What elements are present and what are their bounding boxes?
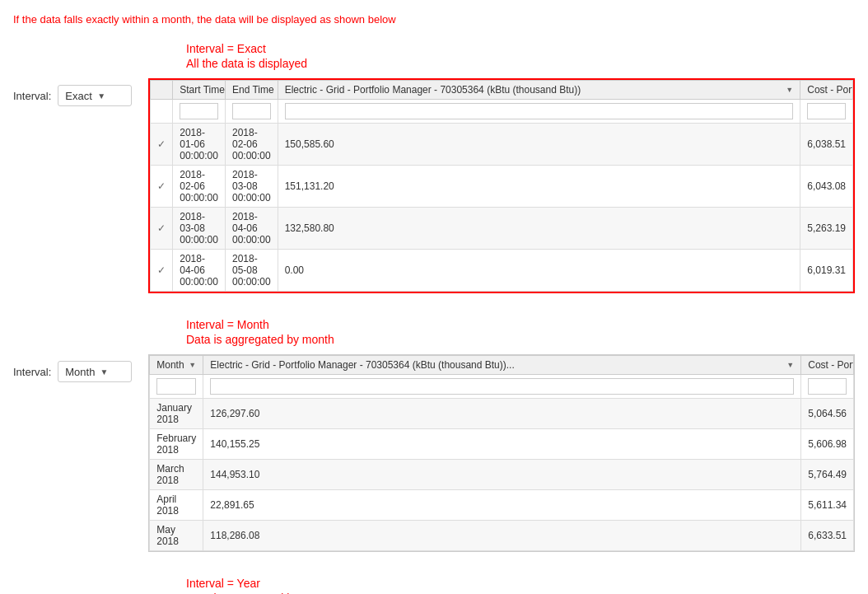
month-cell: 22,891.65 xyxy=(203,490,801,521)
exact-cell: 2018-04-06 00:00:00 xyxy=(225,208,278,250)
month-filter-month[interactable] xyxy=(156,378,196,395)
exact-cell: 0.00 xyxy=(278,250,800,292)
month-cell: 144,953.10 xyxy=(203,460,801,490)
month-table: Month ▼ Electric - Grid - Portfolio Mana… xyxy=(149,355,854,551)
month-interval-label: Interval: Month ▼ xyxy=(13,354,132,382)
month-table-wrapper: Month ▼ Electric - Grid - Portfolio Mana… xyxy=(148,354,855,552)
month-filter-cost[interactable] xyxy=(808,378,847,395)
exact-col-check xyxy=(151,81,173,100)
month-interval-select[interactable]: Month ▼ xyxy=(58,361,132,382)
exact-section: Interval = Exact All the data is display… xyxy=(13,42,855,293)
month-interval-row: Interval: Month ▼ Month ▼ xyxy=(13,354,855,552)
month-title1: Interval = Month xyxy=(186,318,855,331)
exact-table: Start Time ▼ End Time ▼ xyxy=(150,80,853,292)
exact-filter-cost[interactable] xyxy=(807,103,846,119)
month-cell: March 2018 xyxy=(150,460,203,490)
exact-cell: 6,038.51 xyxy=(800,124,853,166)
exact-title2: All the data is displayed xyxy=(186,57,855,70)
month-section: Interval = Month Data is aggregated by m… xyxy=(13,318,855,552)
exact-select-arrow: ▼ xyxy=(97,91,124,101)
exact-cell: 132,580.80 xyxy=(278,208,800,250)
exact-cell: 6,019.31 xyxy=(800,250,853,292)
month-cell: February 2018 xyxy=(150,429,203,460)
month-table-row: May 2018118,286.086,633.51 xyxy=(150,521,854,551)
exact-cell: 5,263.19 xyxy=(800,208,853,250)
month-table-body: January 2018126,297.605,064.56February 2… xyxy=(150,399,854,551)
exact-row-check: ✓ xyxy=(151,166,173,208)
exact-row-check: ✓ xyxy=(151,250,173,292)
check-icon: ✓ xyxy=(157,180,166,192)
month-col-cost[interactable]: Cost - Portfolio Manager - 70305364 (US … xyxy=(801,356,854,375)
exact-cell: 2018-05-08 00:00:00 xyxy=(225,250,278,292)
exact-filter-row xyxy=(151,100,853,124)
month-cell: January 2018 xyxy=(150,399,203,429)
exact-title1: Interval = Exact xyxy=(186,42,855,55)
month-select-arrow: ▼ xyxy=(100,367,124,377)
exact-row-check: ✓ xyxy=(151,208,173,250)
month-table-row: April 201822,891.655,611.34 xyxy=(150,490,854,521)
exact-col-end[interactable]: End Time ▼ xyxy=(225,81,278,100)
exact-row-check: ✓ xyxy=(151,124,173,166)
month-cell: 5,606.98 xyxy=(801,429,854,460)
month-month-sort-icon: ▼ xyxy=(189,361,196,369)
exact-cell: 151,131.20 xyxy=(278,166,800,208)
month-col-month[interactable]: Month ▼ xyxy=(150,356,203,375)
month-cell: 118,286.08 xyxy=(203,521,801,551)
month-cell: 5,764.49 xyxy=(801,460,854,490)
month-table-row: February 2018140,155.255,606.98 xyxy=(150,429,854,460)
exact-table-row: ✓2018-01-06 00:00:002018-02-06 00:00:001… xyxy=(151,124,853,166)
check-icon: ✓ xyxy=(157,222,166,234)
month-cell: 126,297.60 xyxy=(203,399,801,429)
exact-col-electric[interactable]: Electric - Grid - Portfolio Manager - 70… xyxy=(278,81,800,100)
top-note: If the data falls exactly within a month… xyxy=(13,13,855,26)
exact-col-start[interactable]: Start Time ▼ xyxy=(173,81,226,100)
exact-interval-row: Interval: Exact ▼ Start Time ▼ xyxy=(13,78,855,293)
exact-interval-label: Interval: Exact ▼ xyxy=(13,78,132,106)
exact-filter-electric[interactable] xyxy=(285,103,794,119)
month-title2: Data is aggregated by month xyxy=(186,333,855,346)
exact-cell: 6,043.08 xyxy=(800,166,853,208)
year-title1: Interval = Year xyxy=(186,577,855,590)
electric-sort-icon: ▼ xyxy=(786,86,793,94)
exact-table-body: ✓2018-01-06 00:00:002018-02-06 00:00:001… xyxy=(151,124,853,292)
exact-table-wrapper: Start Time ▼ End Time ▼ xyxy=(148,78,855,293)
exact-cell: 2018-03-08 00:00:00 xyxy=(173,208,226,250)
check-icon: ✓ xyxy=(157,264,166,276)
month-table-row: March 2018144,953.105,764.49 xyxy=(150,460,854,490)
exact-cell: 150,585.60 xyxy=(278,124,800,166)
month-table-row: January 2018126,297.605,064.56 xyxy=(150,399,854,429)
exact-filter-start[interactable] xyxy=(180,103,218,119)
exact-interval-select[interactable]: Exact ▼ xyxy=(58,85,132,106)
year-section: Interval = Year Data is aggregated by ye… xyxy=(13,577,855,594)
exact-cell: 2018-03-08 00:00:00 xyxy=(225,166,278,208)
month-electric-sort-icon: ▼ xyxy=(786,361,794,369)
month-cell: 140,155.25 xyxy=(203,429,801,460)
exact-header-row: Start Time ▼ End Time ▼ xyxy=(151,81,853,100)
exact-col-cost[interactable]: Cost - Portfolio Manager - 70305364 (US … xyxy=(800,81,853,100)
exact-table-row: ✓2018-02-06 00:00:002018-03-08 00:00:001… xyxy=(151,166,853,208)
exact-cell: 2018-02-06 00:00:00 xyxy=(173,166,226,208)
month-cell: 6,633.51 xyxy=(801,521,854,551)
month-cell: April 2018 xyxy=(150,490,203,521)
month-filter-electric[interactable] xyxy=(210,378,794,395)
exact-table-row: ✓2018-03-08 00:00:002018-04-06 00:00:001… xyxy=(151,208,853,250)
month-header-row: Month ▼ Electric - Grid - Portfolio Mana… xyxy=(150,356,854,375)
month-cell: 5,611.34 xyxy=(801,490,854,521)
exact-filter-end[interactable] xyxy=(232,103,271,119)
month-cell: May 2018 xyxy=(150,521,203,551)
month-cell: 5,064.56 xyxy=(801,399,854,429)
month-filter-row xyxy=(150,375,854,399)
month-col-electric[interactable]: Electric - Grid - Portfolio Manager - 70… xyxy=(203,356,801,375)
exact-table-row: ✓2018-04-06 00:00:002018-05-08 00:00:000… xyxy=(151,250,853,292)
exact-cell: 2018-01-06 00:00:00 xyxy=(173,124,226,166)
check-icon: ✓ xyxy=(157,138,166,150)
exact-cell: 2018-02-06 00:00:00 xyxy=(225,124,278,166)
exact-cell: 2018-04-06 00:00:00 xyxy=(173,250,226,292)
